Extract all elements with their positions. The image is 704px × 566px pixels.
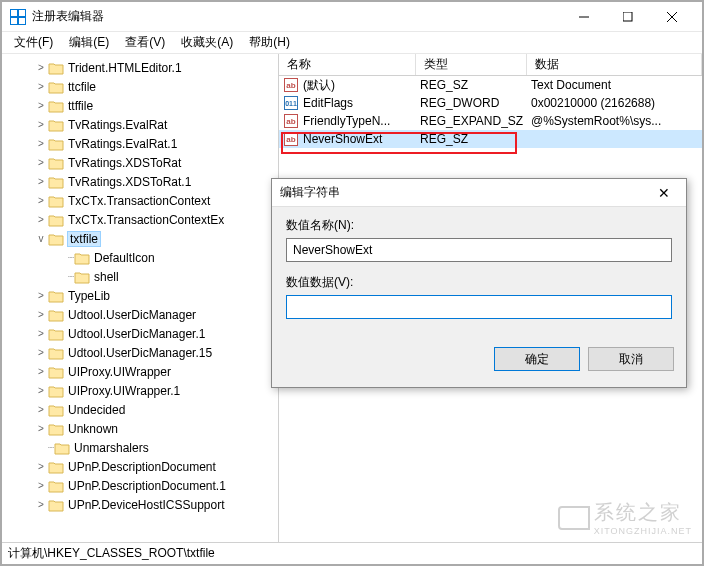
tree-item[interactable]: >Udtool.UserDicManager	[4, 305, 276, 324]
menu-favorites[interactable]: 收藏夹(A)	[175, 32, 239, 53]
col-header-name[interactable]: 名称	[279, 54, 416, 75]
tree-item-label: UPnP.DescriptionDocument	[68, 460, 216, 474]
watermark-text: 系统之家	[594, 499, 692, 526]
tree-item-label: txtfile	[68, 232, 100, 246]
expander-icon[interactable]: >	[36, 195, 46, 206]
value-name: (默认)	[299, 77, 416, 94]
col-header-data[interactable]: 数据	[527, 54, 702, 75]
folder-icon	[48, 61, 64, 75]
tree-item-label: ttffile	[68, 99, 93, 113]
folder-icon	[48, 137, 64, 151]
expander-icon[interactable]: >	[36, 138, 46, 149]
expander-icon[interactable]: >	[36, 290, 46, 301]
tree-item[interactable]: >TxCTx.TransactionContext	[4, 191, 276, 210]
expander-icon[interactable]: >	[36, 461, 46, 472]
menubar: 文件(F) 编辑(E) 查看(V) 收藏夹(A) 帮助(H)	[2, 32, 702, 54]
expander-icon[interactable]: >	[36, 100, 46, 111]
menu-help[interactable]: 帮助(H)	[243, 32, 296, 53]
tree-item[interactable]: >UPnP.DescriptionDocument	[4, 457, 276, 476]
tree-item[interactable]: >UPnP.DescriptionDocument.1	[4, 476, 276, 495]
maximize-button[interactable]	[606, 3, 650, 31]
folder-icon	[48, 327, 64, 341]
expander-icon[interactable]: >	[36, 328, 46, 339]
data-input[interactable]	[293, 298, 665, 316]
expander-icon[interactable]: >	[36, 423, 46, 434]
close-button[interactable]	[650, 3, 694, 31]
svg-rect-1	[19, 10, 25, 16]
value-data: 0x00210000 (2162688)	[527, 96, 702, 110]
folder-icon	[48, 384, 64, 398]
tree-item[interactable]: >ttcfile	[4, 77, 276, 96]
tree-item[interactable]: >UIProxy.UIWrapper.1	[4, 381, 276, 400]
tree-item-label: UIProxy.UIWrapper	[68, 365, 171, 379]
menu-file[interactable]: 文件(F)	[8, 32, 59, 53]
folder-icon	[48, 80, 64, 94]
data-field[interactable]	[286, 295, 672, 319]
tree-item[interactable]: >TvRatings.EvalRat	[4, 115, 276, 134]
value-type: REG_DWORD	[416, 96, 527, 110]
expander-icon[interactable]: >	[36, 214, 46, 225]
expander-icon[interactable]: >	[36, 385, 46, 396]
expander-icon[interactable]: >	[36, 62, 46, 73]
tree-item[interactable]: >Udtool.UserDicManager.1	[4, 324, 276, 343]
value-type: REG_SZ	[416, 78, 527, 92]
tree-item-label: shell	[94, 270, 119, 284]
folder-icon	[48, 194, 64, 208]
tree-item[interactable]: >Trident.HTMLEditor.1	[4, 58, 276, 77]
tree-item[interactable]: >UIProxy.UIWrapper	[4, 362, 276, 381]
value-row[interactable]: abNeverShowExtREG_SZ	[279, 130, 702, 148]
tree-item[interactable]: >TypeLib	[4, 286, 276, 305]
value-row[interactable]: 011EditFlagsREG_DWORD0x00210000 (2162688…	[279, 94, 702, 112]
expander-icon[interactable]: v	[36, 233, 46, 244]
expander-icon[interactable]: >	[36, 347, 46, 358]
expander-icon[interactable]: >	[36, 81, 46, 92]
tree-item[interactable]: >TvRatings.XDSToRat.1	[4, 172, 276, 191]
expander-icon[interactable]: >	[36, 157, 46, 168]
name-field[interactable]	[286, 238, 672, 262]
folder-icon	[48, 156, 64, 170]
expander-icon[interactable]: >	[36, 499, 46, 510]
expander-icon[interactable]: >	[36, 309, 46, 320]
tree-item-label: Undecided	[68, 403, 125, 417]
tree-item[interactable]: >TvRatings.XDSToRat	[4, 153, 276, 172]
folder-icon	[48, 118, 64, 132]
expander-icon[interactable]: >	[36, 176, 46, 187]
tree-item[interactable]: >Unknown	[4, 419, 276, 438]
tree-item[interactable]: >ttffile	[4, 96, 276, 115]
tree-pane[interactable]: >Trident.HTMLEditor.1>ttcfile>ttffile>Tv…	[2, 54, 279, 542]
cancel-button[interactable]: 取消	[588, 347, 674, 371]
svg-rect-3	[19, 18, 25, 24]
value-row[interactable]: abFriendlyTypeN...REG_EXPAND_SZ@%SystemR…	[279, 112, 702, 130]
dialog-close-button[interactable]: ✕	[650, 185, 678, 201]
tree-item[interactable]: >Undecided	[4, 400, 276, 419]
tree-item-label: DefaultIcon	[94, 251, 155, 265]
folder-icon	[54, 441, 70, 455]
tree-item-label: Unknown	[68, 422, 118, 436]
folder-icon	[48, 365, 64, 379]
expander-icon[interactable]: >	[36, 480, 46, 491]
folder-icon	[48, 422, 64, 436]
tree-item[interactable]: >Udtool.UserDicManager.15	[4, 343, 276, 362]
value-row[interactable]: ab(默认)REG_SZText Document	[279, 76, 702, 94]
tree-item[interactable]: vtxtfile	[4, 229, 276, 248]
tree-item[interactable]: ┈shell	[4, 267, 276, 286]
tree-branch-icon: ┈	[48, 442, 52, 453]
menu-view[interactable]: 查看(V)	[119, 32, 171, 53]
name-input[interactable]	[293, 241, 665, 259]
tree-item[interactable]: ┈DefaultIcon	[4, 248, 276, 267]
status-path: 计算机\HKEY_CLASSES_ROOT\txtfile	[8, 545, 215, 562]
minimize-button[interactable]	[562, 3, 606, 31]
ok-button[interactable]: 确定	[494, 347, 580, 371]
expander-icon[interactable]: >	[36, 404, 46, 415]
tree-item[interactable]: >TxCTx.TransactionContextEx	[4, 210, 276, 229]
col-header-type[interactable]: 类型	[416, 54, 527, 75]
tree-item[interactable]: >TvRatings.EvalRat.1	[4, 134, 276, 153]
watermark-url: XITONGZHIJIA.NET	[594, 526, 692, 536]
expander-icon[interactable]: >	[36, 119, 46, 130]
tree-item[interactable]: ┈Unmarshalers	[4, 438, 276, 457]
menu-edit[interactable]: 编辑(E)	[63, 32, 115, 53]
expander-icon[interactable]: >	[36, 366, 46, 377]
edit-string-dialog: 编辑字符串 ✕ 数值名称(N): 数值数据(V): 确定 取消	[271, 178, 687, 388]
tree-item[interactable]: >UPnP.DeviceHostICSSupport	[4, 495, 276, 514]
string-value-icon: ab	[284, 114, 298, 128]
